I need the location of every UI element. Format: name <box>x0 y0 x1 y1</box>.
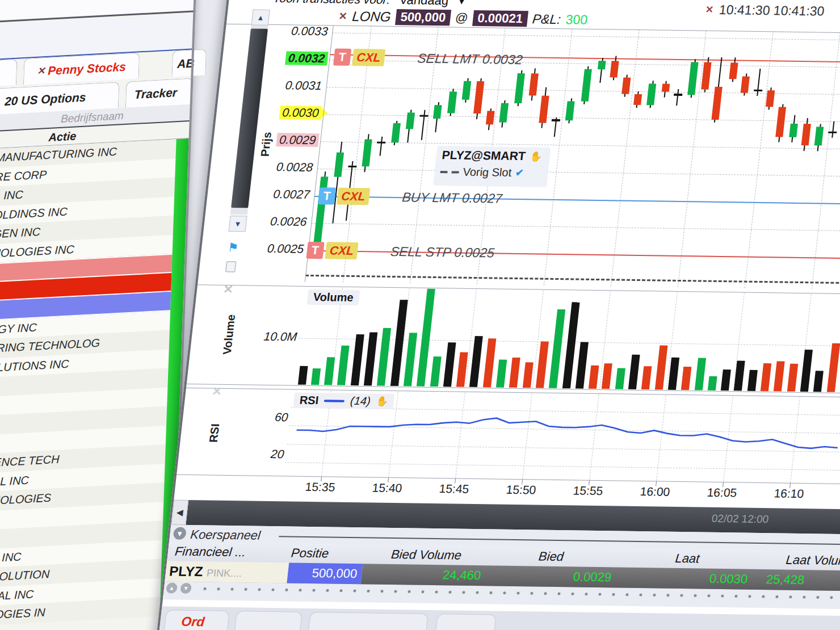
cancel-button[interactable]: CXL <box>352 49 385 66</box>
chart-mark <box>406 112 415 129</box>
ask-value: 0.0030 <box>639 570 749 587</box>
transmit-button[interactable]: T <box>318 187 336 204</box>
chart-mark <box>324 357 335 385</box>
transmit-button[interactable]: T <box>333 48 351 65</box>
rsi-param: (14) <box>350 394 371 408</box>
order-tag-sell-stop[interactable]: T CXL SELL STP 0.0025 <box>306 242 495 262</box>
chart-mark <box>721 369 731 390</box>
col-financieel[interactable]: Financieel ... <box>174 544 247 560</box>
rsi-line-sample <box>324 400 345 402</box>
chart-mark <box>687 62 698 95</box>
chart-mark <box>576 342 589 389</box>
chart-mark <box>305 275 840 285</box>
chart-mark <box>377 141 385 144</box>
order-tag-buy-limit[interactable]: T CXL BUY LMT 0.0027 <box>318 187 503 207</box>
position-quantity-badge[interactable]: 500,000 <box>395 9 451 26</box>
chart-mark <box>362 139 372 166</box>
bid-value: 0.0029 <box>500 569 612 585</box>
show-transactions-label: Toon transacties voor: <box>273 0 391 7</box>
price-axis-label: 0.0028 <box>258 160 317 174</box>
chart-mark <box>775 107 786 137</box>
x-axis-label: 15:55 <box>562 484 615 498</box>
chart-legend: PLYZ@SMART ✋ Vorig Slot ✔ <box>433 146 551 187</box>
transmit-button[interactable]: T <box>306 242 324 259</box>
chart-mark <box>801 124 810 146</box>
order-label: SELL LMT 0.0032 <box>417 51 523 68</box>
col-bied[interactable]: Bied <box>516 549 586 565</box>
period-dropdown[interactable]: Vandaag <box>398 0 449 8</box>
chart-mark <box>317 169 840 178</box>
symbol-label: PLYZ@SMART <box>442 148 527 163</box>
cancel-button[interactable]: CXL <box>325 242 358 259</box>
position-cell[interactable]: 500,000 <box>287 562 363 584</box>
close-icon[interactable]: ✕ <box>338 10 348 23</box>
chart-mark <box>473 81 484 114</box>
close-icon[interactable]: ✕ <box>705 4 715 16</box>
chart-mark <box>598 61 606 69</box>
price-axis-label: 0.0025 <box>249 241 308 255</box>
chart-mark <box>747 370 758 391</box>
chart-mark <box>348 166 356 168</box>
tab-tracker[interactable]: Tracker <box>125 78 193 108</box>
chart-mark <box>462 81 472 100</box>
chart-mark <box>661 83 670 92</box>
close-icon[interactable]: ✕ <box>37 65 45 77</box>
dash-sample <box>451 171 459 173</box>
pin-icon[interactable]: ⚑ <box>227 241 239 254</box>
chart-mark <box>443 342 456 387</box>
chart-mark <box>831 121 834 138</box>
tab-4[interactable] <box>431 614 496 630</box>
x-axis-label: 16:05 <box>696 485 749 499</box>
bid-volume-value: 24,460 <box>367 566 482 583</box>
chart-mark <box>610 61 619 77</box>
tab-ab[interactable]: AB <box>172 49 207 77</box>
scroll-up-button[interactable]: ▲ <box>251 9 270 25</box>
chart-mark <box>379 137 383 156</box>
chart-mark <box>377 327 391 386</box>
rsi-panel-label[interactable]: RSI (14) ✋ <box>293 393 394 409</box>
x-axis-label: 15:35 <box>294 480 347 494</box>
chevron-down-icon[interactable]: ▼ <box>457 0 467 6</box>
position-price-badge[interactable]: 0.00021 <box>472 10 528 27</box>
order-tag-sell-limit[interactable]: T CXL SELL LMT 0.0032 <box>333 48 523 68</box>
close-x-icon[interactable]: ✕ <box>222 283 234 296</box>
tab-penny-stocks[interactable]: ✕ Penny Stocks <box>23 52 140 85</box>
price-axis-label[interactable]: 0.0032 <box>270 51 329 65</box>
chart-mark <box>708 376 717 390</box>
scroll-left-button[interactable]: ◀ <box>171 500 188 525</box>
tab-2[interactable] <box>230 611 302 630</box>
tab-label: Tracker <box>134 85 177 101</box>
nav-up-button[interactable]: ▲ <box>166 582 178 593</box>
chart-window[interactable]: 0.00330.00320.00310.00300.00290.00280.00… <box>153 0 840 630</box>
chart-mark <box>812 32 840 289</box>
chart-mark <box>311 223 840 232</box>
tab-orders[interactable]: Ord <box>160 610 229 630</box>
volume-panel-label[interactable]: Volume <box>306 289 360 305</box>
collapse-icon[interactable]: ▼ <box>173 527 187 540</box>
chart-mark <box>433 105 442 119</box>
tab-partial-left[interactable] <box>0 59 18 86</box>
chart-mark <box>581 69 591 102</box>
chart-mark <box>469 336 483 387</box>
chart-mark <box>828 131 837 133</box>
symbol-cell[interactable]: PLYZ PINK.... <box>165 561 289 583</box>
col-laat-volume[interactable]: Laat Volume <box>763 552 840 569</box>
chart-mark <box>813 371 824 392</box>
hand-icon[interactable]: ✋ <box>530 150 543 162</box>
col-bied-volume[interactable]: Bied Volume <box>369 547 484 563</box>
crosshair-time: ✕ 10:41:30 10:41:30 <box>704 2 825 19</box>
nav-down-button[interactable]: ▼ <box>180 583 192 594</box>
chart-mark <box>615 368 625 389</box>
quote-panel: ▼ Koerspaneel Financieel ... Positie Bie… <box>163 525 840 610</box>
col-laat[interactable]: Laat <box>653 551 723 566</box>
hand-icon[interactable]: ✋ <box>376 396 389 408</box>
price-axis-label: 0.0031 <box>267 78 326 93</box>
price-axis-label: 0.0033 <box>273 24 331 38</box>
col-positie[interactable]: Positie <box>264 545 356 561</box>
scroll-down-button[interactable]: ▼ <box>228 216 247 232</box>
close-x-icon-2[interactable]: ✕ <box>211 385 222 398</box>
page-icon[interactable] <box>225 261 237 272</box>
cancel-button[interactable]: CXL <box>337 188 370 205</box>
check-icon[interactable]: ✔ <box>515 167 524 179</box>
tab-3[interactable] <box>304 612 428 630</box>
